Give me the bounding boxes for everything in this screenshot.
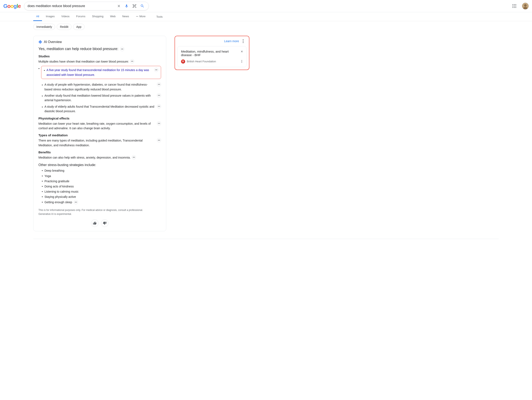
strategy-3: Practicing gratitude — [42, 179, 161, 184]
ai-overview-header: AI Overview — [38, 40, 161, 44]
bullet4-link[interactable] — [157, 104, 161, 108]
tab-web[interactable]: Web — [107, 12, 119, 21]
ai-main-heading-text: Yes, meditation can help reduce blood pr… — [38, 47, 119, 51]
tab-images[interactable]: Images — [43, 12, 57, 21]
source-more-icon[interactable] — [241, 59, 243, 63]
bullet-item-1: A five-year study found that transcenden… — [38, 66, 161, 81]
card-close-button[interactable]: × — [241, 50, 243, 53]
bullet-item-2: A study of people with hypertension, dia… — [42, 82, 161, 92]
ai-main-heading: Yes, meditation can help reduce blood pr… — [38, 47, 161, 51]
highlighted-bullet-text: A five-year study found that transcenden… — [47, 68, 152, 77]
studies-intro-link[interactable] — [130, 59, 134, 63]
source-more-dot-1 — [241, 60, 242, 61]
source-more-dot-2 — [241, 61, 242, 62]
bullet-item-3: Another study found that meditation lowe… — [42, 93, 161, 103]
studies-bullet-list: A five-year study found that transcenden… — [42, 66, 161, 114]
types-link[interactable] — [157, 138, 161, 142]
logo-o1: o — [7, 3, 10, 9]
other-strategies-heading: Other stress-busting strategies include: — [38, 163, 161, 167]
ai-disclaimer: This is for informational purposes only.… — [38, 208, 161, 216]
user-avatar[interactable] — [522, 3, 529, 9]
bullet2-link[interactable] — [157, 82, 161, 86]
search-button[interactable] — [139, 3, 145, 9]
clear-button[interactable] — [116, 3, 121, 9]
ai-diamond-icon — [38, 40, 42, 44]
header: G o o g l e does meditation reduce blood… — [0, 0, 532, 12]
google-logo[interactable]: G o o g l e — [3, 3, 21, 9]
card-top: Learn more — [175, 36, 249, 46]
svg-point-1 — [524, 4, 527, 7]
tab-all[interactable]: All — [33, 12, 42, 21]
source-name: British Heart Foundation — [187, 60, 216, 63]
card-source: B British Heart Foundation — [181, 59, 243, 63]
source-info: B British Heart Foundation — [181, 59, 216, 63]
right-column: Learn more × Meditation, mindfulness, an… — [175, 36, 249, 235]
strategy-5: Listening to calming music — [42, 189, 161, 194]
tab-news[interactable]: News — [119, 12, 132, 21]
ai-overview-card: AI Overview Yes, meditation can help red… — [33, 36, 166, 231]
card-content: × Meditation, mindfulness, and heart dis… — [177, 46, 247, 67]
tools-button[interactable]: Tools — [153, 13, 165, 20]
card-article-title: Meditation, mindfulness, and heart disea… — [181, 50, 243, 57]
feedback-row — [38, 219, 161, 227]
strategy-4: Doing acts of kindness — [42, 184, 161, 189]
bullet1-link[interactable] — [154, 68, 158, 72]
strategy-7: Getting enough sleep — [42, 200, 161, 205]
section-types-title: Types of meditation — [38, 133, 161, 137]
physiological-link[interactable] — [157, 121, 161, 126]
source-more-dot-3 — [241, 62, 242, 63]
search-bar[interactable]: does meditation reduce blood pressure — [24, 2, 149, 10]
search-actions — [116, 3, 145, 9]
section-types-text: There are many types of meditation, incl… — [38, 138, 161, 147]
logo-e: e — [18, 3, 21, 9]
lens-button[interactable] — [132, 3, 137, 9]
search-input[interactable]: does meditation reduce blood pressure — [28, 4, 114, 8]
logo-o2: o — [10, 3, 13, 9]
section-benefits-text: Meditation can also help with stress, an… — [38, 155, 161, 160]
tab-videos[interactable]: Videos — [58, 12, 73, 21]
chip-reddit[interactable]: Reddit — [57, 24, 71, 30]
strategy7-link[interactable] — [74, 200, 78, 204]
ai-overview-title: AI Overview — [44, 40, 62, 44]
google-apps-button[interactable] — [510, 2, 519, 10]
chip-immediately[interactable]: Immediately — [33, 24, 55, 30]
section-physiological-text: Meditation can lower your heart rate, br… — [38, 121, 161, 131]
highlighted-bullet: A five-year study found that transcenden… — [41, 66, 161, 79]
benefits-link[interactable] — [132, 155, 136, 159]
section-physiological-title: Physiological effects — [38, 117, 161, 120]
chip-app[interactable]: App — [73, 24, 85, 30]
nav-tabs: All Images Videos Forums Shopping Web Ne… — [0, 12, 532, 21]
voice-search-button[interactable] — [124, 3, 129, 9]
strategy-1: Deep breathing — [42, 168, 161, 173]
left-column: AI Overview Yes, meditation can help red… — [33, 36, 166, 235]
filter-chips: Immediately Reddit App — [0, 21, 532, 32]
thumbs-up-button[interactable] — [91, 219, 99, 227]
strategy-2: Yoga — [42, 173, 161, 179]
main-content: AI Overview Yes, meditation can help red… — [0, 32, 249, 239]
tab-more[interactable]: More — [133, 12, 149, 21]
grid-icon — [511, 2, 518, 10]
other-strategies-list: Deep breathing Yoga Practicing gratitude… — [42, 168, 161, 205]
thumbs-down-button[interactable] — [101, 219, 108, 227]
section-studies-intro: Multiple studies have shown that meditat… — [38, 59, 161, 64]
header-right — [510, 2, 529, 10]
tab-forums[interactable]: Forums — [73, 12, 88, 21]
more-dot-3 — [243, 42, 244, 43]
section-studies-title: Studies — [38, 54, 161, 58]
learn-more-link[interactable]: Learn more — [224, 39, 239, 43]
more-dot-1 — [243, 39, 244, 40]
source-favicon: B — [181, 59, 185, 63]
main-heading-link-icon[interactable] — [120, 47, 124, 51]
bullet-item-4: A study of elderly adults found that Tra… — [42, 104, 161, 114]
tab-shopping[interactable]: Shopping — [89, 12, 106, 21]
more-dot-2 — [243, 41, 244, 42]
logo-g: G — [3, 3, 7, 9]
bullet3-link[interactable] — [157, 93, 161, 97]
strategy-6: Staying physically active — [42, 194, 161, 199]
logo-g2: g — [13, 3, 17, 9]
info-card: Learn more × Meditation, mindfulness, an… — [175, 36, 249, 70]
card-more-menu-icon[interactable] — [241, 39, 246, 44]
section-benefits-title: Benefits — [38, 150, 161, 154]
